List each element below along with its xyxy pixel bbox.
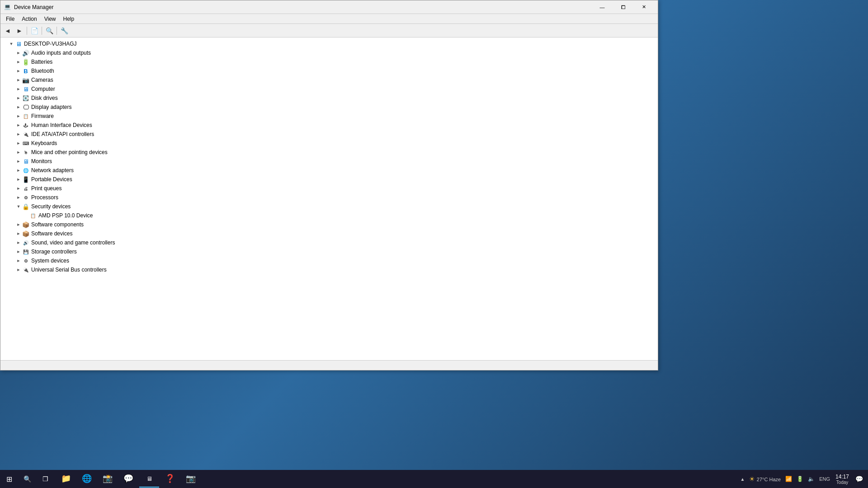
close-button[interactable]: ✕ [633,0,654,14]
tray-language[interactable]: ENG [818,475,831,483]
tree-item-display[interactable]: ► 🖵 Display adapters [0,103,658,112]
menu-view[interactable]: View [41,15,60,23]
ide-label: IDE ATA/ATAPI controllers [31,131,94,137]
tree-item-processors[interactable]: ► ⚙ Processors [0,193,658,202]
tree-item-storage[interactable]: ► 💾 Storage controllers [0,247,658,256]
audio-toggle[interactable]: ► [15,49,22,56]
mice-label: Mice and other pointing devices [31,149,108,155]
system-toggle[interactable]: ► [15,257,22,264]
tree-item-software-components[interactable]: ► 📦 Software components [0,220,658,229]
monitors-toggle[interactable]: ► [15,158,22,165]
usb-toggle[interactable]: ► [15,266,22,273]
minimize-button[interactable]: — [592,0,613,14]
tree-item-firmware[interactable]: ► 📋 Firmware [0,112,658,121]
tree-item-print[interactable]: ► 🖨 Print queues [0,184,658,193]
taskbar: ⊞ 🔍 ❐ 📁 🌐 📸 💬 🖥 ❓ 📷 ▲ ☀ 27°C Haze 📶 🔋 🔈 … [0,470,868,488]
taskbar-whatsapp[interactable]: 💬 [118,470,138,488]
tray-network[interactable]: 📶 [784,475,793,483]
mice-toggle[interactable]: ► [15,149,22,156]
tray-battery[interactable]: 🔋 [796,475,804,483]
disk-toggle[interactable]: ► [15,94,22,102]
sw-components-label: Software components [31,221,84,228]
tree-item-amd-psp[interactable]: ► 📋 AMD PSP 10.0 Device [0,211,658,220]
taskbar-help[interactable]: ❓ [160,470,180,488]
tree-item-disk[interactable]: ► 💽 Disk drives [0,94,658,103]
menu-help[interactable]: Help [60,15,78,23]
tree-item-keyboards[interactable]: ► ⌨ Keyboards [0,139,658,148]
tray-expand[interactable]: ▲ [740,476,746,483]
properties-button[interactable]: 📄 [29,26,40,36]
sound-toggle[interactable]: ► [15,239,22,246]
keyboards-label: Keyboards [31,140,57,146]
processors-toggle[interactable]: ► [15,194,22,201]
root-icon: 🖥 [15,40,22,47]
tree-item-system[interactable]: ► ⚙ System devices [0,256,658,265]
back-button[interactable]: ◄ [2,26,13,36]
security-toggle[interactable]: ▼ [15,203,22,210]
taskbar-instagram[interactable]: 📸 [98,470,118,488]
batteries-toggle[interactable]: ► [15,58,22,66]
print-toggle[interactable]: ► [15,185,22,192]
tree-item-ide[interactable]: ► 🔌 IDE ATA/ATAPI controllers [0,130,658,139]
toolbar-separator-1 [27,27,27,35]
portable-toggle[interactable]: ► [15,176,22,183]
menu-file[interactable]: File [2,15,18,23]
statusbar [0,360,658,370]
mice-icon: 🖱 [22,149,29,156]
tree-item-computer[interactable]: ► 🖥 Computer [0,84,658,94]
maximize-button[interactable]: ⧠ [613,0,633,14]
keyboards-toggle[interactable]: ► [15,140,22,147]
usb-label: Universal Serial Bus controllers [31,267,107,273]
monitors-icon: 🖥 [22,158,29,165]
firmware-toggle[interactable]: ► [15,113,22,120]
device-manager-window: 💻 Device Manager — ⧠ ✕ File Action View … [0,0,658,371]
hid-label: Human Interface Devices [31,122,92,128]
search-button[interactable]: 🔍 [18,470,36,488]
taskbar-clock[interactable]: 14:17 Today [834,474,851,485]
hid-toggle[interactable]: ► [15,122,22,129]
taskbar-file-explorer[interactable]: 📁 [56,470,76,488]
tree-item-security[interactable]: ▼ 🔒 Security devices [0,202,658,211]
start-button[interactable]: ⊞ [0,470,18,488]
network-toggle[interactable]: ► [15,167,22,174]
bluetooth-toggle[interactable]: ► [15,67,22,75]
tree-item-software-devices[interactable]: ► 📦 Software devices [0,229,658,238]
taskbar-device-manager[interactable]: 🖥 [139,470,159,488]
display-toggle[interactable]: ► [15,103,22,111]
tree-item-sound[interactable]: ► 🔊 Sound, video and game controllers [0,238,658,247]
tree-item-audio[interactable]: ► 🔊 Audio inputs and outputs [0,48,658,57]
taskbar-edge[interactable]: 🌐 [77,470,97,488]
taskbar-camera[interactable]: 📷 [181,470,201,488]
scan-button[interactable]: 🔍 [44,26,55,36]
computer-toggle[interactable]: ► [15,85,22,93]
ide-icon: 🔌 [22,131,29,138]
tree-item-hid[interactable]: ► 🕹 Human Interface Devices [0,121,658,130]
tray-weather[interactable]: ☀ 27°C Haze [748,474,782,483]
driver-button[interactable]: 🔧 [59,26,70,36]
taskbar-right: ▲ ☀ 27°C Haze 📶 🔋 🔈 ENG 14:17 Today 💬 [736,470,868,488]
storage-toggle[interactable]: ► [15,248,22,255]
monitors-label: Monitors [31,158,52,164]
tree-item-cameras[interactable]: ► 📷 Cameras [0,75,658,84]
tray-volume[interactable]: 🔈 [807,475,816,483]
tree-item-monitors[interactable]: ► 🖥 Monitors [0,157,658,166]
tree-root[interactable]: ▼ 🖥 DESKTOP-VU3HAGJ [0,39,658,48]
tree-content[interactable]: ▼ 🖥 DESKTOP-VU3HAGJ ► 🔊 Audio inputs and… [0,38,658,360]
tree-item-bluetooth[interactable]: ► B Bluetooth [0,66,658,75]
forward-button[interactable]: ► [14,26,25,36]
tree-item-usb[interactable]: ► 🔌 Universal Serial Bus controllers [0,265,658,274]
titlebar: 💻 Device Manager — ⧠ ✕ [0,0,658,14]
root-toggle[interactable]: ▼ [8,40,15,47]
notification-center[interactable]: 💬 [854,470,864,488]
task-view-button[interactable]: ❐ [36,470,54,488]
tree-item-network[interactable]: ► 🌐 Network adapters [0,166,658,175]
cameras-toggle[interactable]: ► [15,76,22,84]
sw-devices-toggle[interactable]: ► [15,230,22,237]
sw-components-toggle[interactable]: ► [15,221,22,228]
system-icon: ⚙ [22,257,29,264]
tree-item-batteries[interactable]: ► 🔋 Batteries [0,57,658,66]
ide-toggle[interactable]: ► [15,131,22,138]
tree-item-mice[interactable]: ► 🖱 Mice and other pointing devices [0,148,658,157]
tree-item-portable[interactable]: ► 📱 Portable Devices [0,175,658,184]
menu-action[interactable]: Action [18,15,40,23]
